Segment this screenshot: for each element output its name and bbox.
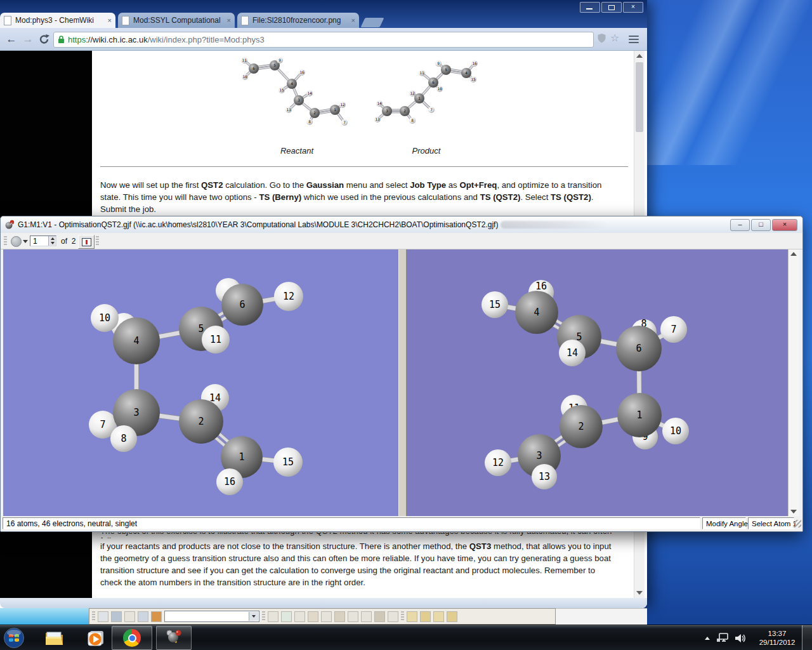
network-icon[interactable] xyxy=(716,633,729,643)
browser-navbar: ← → https://wiki.ch.ic.ac.uk/wiki/index.… xyxy=(0,28,647,51)
toolbar-grip[interactable] xyxy=(4,236,7,246)
taskbar-clock[interactable]: 13:37 29/11/2012 xyxy=(752,629,802,647)
toolbar-icon[interactable] xyxy=(361,611,372,622)
toolbar-grip[interactable] xyxy=(401,611,404,621)
minimize-button[interactable] xyxy=(580,2,600,13)
fragment-preview-button[interactable] xyxy=(11,236,22,247)
toolbar-icon[interactable] xyxy=(294,611,305,622)
resize-grip[interactable] xyxy=(794,520,801,527)
atom-label-16: 16 xyxy=(535,281,547,292)
atom-label-15: 15 xyxy=(282,456,294,468)
gaussview-taskbar-button[interactable] xyxy=(156,626,192,650)
gv-scroll-down-arrow[interactable] xyxy=(790,510,797,514)
gaussview-titlebar[interactable]: G1:M1:V1 - OptimisationQST2.gjf (\\ic.ac… xyxy=(1,216,802,233)
gaussview-icon xyxy=(165,629,183,647)
gv-close-button[interactable]: × xyxy=(772,219,797,231)
toolbar-icon[interactable] xyxy=(420,611,431,622)
scroll-thumb[interactable] xyxy=(636,62,643,132)
toolbar-grip[interactable] xyxy=(262,611,265,621)
tab-strip: Mod:phys3 - ChemWiki×Mod:SSYL Computatio… xyxy=(0,13,647,28)
tab-1[interactable]: Mod:phys3 - ChemWiki× xyxy=(0,13,115,28)
atom-label-5: 5 xyxy=(445,67,447,72)
glass-reflection xyxy=(501,221,608,229)
bookmark-star-icon[interactable]: ☆ xyxy=(610,32,619,44)
page-shield-icon[interactable] xyxy=(597,33,606,46)
close-button[interactable]: × xyxy=(623,2,643,13)
atom-label-13: 13 xyxy=(375,117,380,121)
show-desktop-button[interactable] xyxy=(802,625,812,650)
atom-label-7: 7 xyxy=(100,419,105,430)
tab-2[interactable]: Mod:SSYL Computational× xyxy=(118,13,235,28)
toolbar-icon[interactable] xyxy=(308,611,318,622)
start-button[interactable] xyxy=(3,627,25,650)
molecule-view-right[interactable]: 16811915124514671102313 xyxy=(407,249,788,516)
explorer-taskbar-icon[interactable] xyxy=(44,630,65,649)
volume-icon[interactable] xyxy=(735,633,746,643)
chrome-icon xyxy=(123,629,141,647)
atom-label-4: 4 xyxy=(291,81,293,86)
scroll-down-arrow[interactable] xyxy=(636,591,643,595)
toolbar-icon[interactable] xyxy=(433,611,444,622)
gv-scroll-up-arrow[interactable] xyxy=(790,252,797,256)
spin-up-arrow[interactable] xyxy=(51,237,55,240)
tray-expand-arrow[interactable] xyxy=(705,637,710,640)
content-divider xyxy=(100,166,628,167)
menu-icon[interactable] xyxy=(629,36,639,43)
element-combobox[interactable] xyxy=(164,611,259,622)
atom-label-10: 10 xyxy=(670,425,681,437)
tab-close-icon[interactable]: × xyxy=(104,17,112,24)
toolbar-grip-2[interactable] xyxy=(96,236,99,246)
gaussview-scrollbar[interactable] xyxy=(788,249,799,516)
toolbar-icon[interactable] xyxy=(374,611,385,622)
toolbar-icon[interactable] xyxy=(268,611,278,622)
toolbar-icon[interactable] xyxy=(388,611,398,622)
back-button[interactable]: ← xyxy=(4,32,19,47)
toolbar-icon[interactable] xyxy=(447,611,457,622)
toolbar-icon[interactable] xyxy=(348,611,358,622)
gaussview-main-titlebar xyxy=(0,608,89,625)
toolbar-grip[interactable] xyxy=(92,611,95,621)
atom-label-5: 5 xyxy=(273,63,276,67)
toolbar-icon[interactable] xyxy=(98,611,108,622)
fragment-dropdown-caret[interactable] xyxy=(23,240,28,243)
gv-maximize-button[interactable]: □ xyxy=(751,219,771,231)
maximize-button[interactable] xyxy=(601,2,622,13)
toolbar-icon[interactable] xyxy=(321,611,332,622)
atom-label-4: 4 xyxy=(534,307,539,318)
gaussview-main-panel xyxy=(556,608,647,625)
url-path: /wiki/index.php?title=Mod:phys3 xyxy=(148,35,265,44)
toolbar-icon[interactable] xyxy=(334,611,345,622)
product-caption: Product xyxy=(382,146,471,156)
forward-button[interactable]: → xyxy=(20,32,36,47)
spin-down-arrow[interactable] xyxy=(51,242,55,244)
gv-minimize-button[interactable]: – xyxy=(730,219,750,231)
display-format-button[interactable] xyxy=(78,235,95,249)
chrome-taskbar-button[interactable] xyxy=(112,626,152,650)
frame-spinner[interactable]: 1 xyxy=(30,235,56,246)
toolbar-icon[interactable] xyxy=(111,611,122,622)
reload-button[interactable] xyxy=(38,33,51,48)
toolbar-icon[interactable] xyxy=(138,611,148,622)
toolbar-icon[interactable] xyxy=(151,611,162,622)
toolbar-icon[interactable] xyxy=(281,611,292,622)
toolbar-icon[interactable] xyxy=(124,611,135,622)
atom-label-8: 8 xyxy=(411,118,414,123)
tab-3[interactable]: File:Sl2810frozencoor.png× xyxy=(237,13,359,28)
tab-label: Mod:phys3 - ChemWiki xyxy=(15,16,94,25)
url-bar[interactable]: https://wiki.ch.ic.ac.uk/wiki/index.php?… xyxy=(53,32,594,48)
gaussview-builder-toolbar xyxy=(89,608,556,625)
molecule-view-left[interactable]: 14107438526111161215 xyxy=(3,249,398,516)
paragraph-qst3: if your reactants and products are not c… xyxy=(100,540,612,588)
pane-divider[interactable] xyxy=(398,249,407,516)
tab-close-icon[interactable]: × xyxy=(223,17,231,24)
atom-label-11: 11 xyxy=(210,334,221,345)
scroll-up-arrow[interactable] xyxy=(636,54,643,58)
page-icon xyxy=(122,16,129,25)
wmp-taskbar-icon[interactable] xyxy=(86,629,105,650)
reactant-figure[interactable]: 65432111109161514138127 xyxy=(230,56,363,160)
toolbar-icon[interactable] xyxy=(407,611,417,622)
tab-close-icon[interactable]: × xyxy=(348,17,355,24)
product-figure[interactable]: 32165414138127111091615 xyxy=(373,56,506,160)
atom-label-15: 15 xyxy=(279,88,284,92)
atom-label-10: 10 xyxy=(99,312,110,324)
